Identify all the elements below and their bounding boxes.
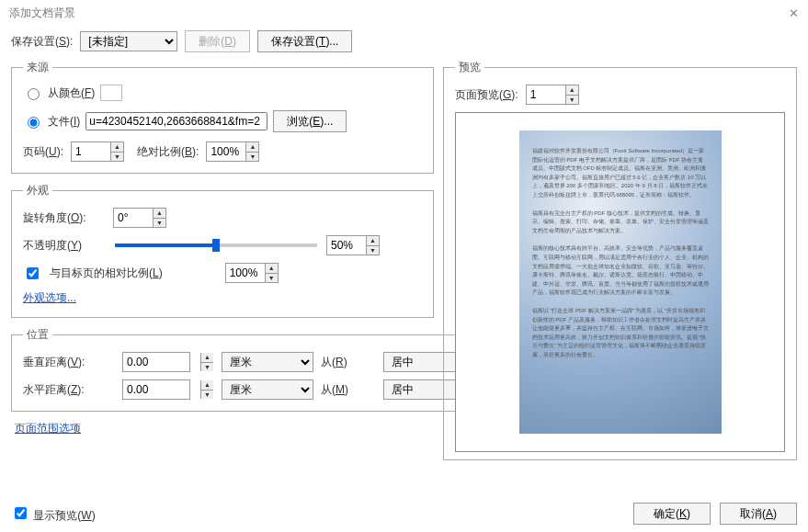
ok-button[interactable]: 确定(K) xyxy=(633,503,711,525)
save-settings-row: 保存设置(S): [未指定] 删除(D) 保存设置(T)... xyxy=(11,30,797,52)
title-bar: 添加文档背景 ✕ xyxy=(0,0,808,27)
save-preset-select[interactable]: [未指定] xyxy=(80,31,177,51)
color-swatch[interactable] xyxy=(100,85,122,101)
from-file-radio[interactable] xyxy=(28,117,40,129)
browse-button[interactable]: 浏览(E)... xyxy=(273,110,347,132)
dialog-title: 添加文档背景 xyxy=(9,6,75,21)
delete-button: 删除(D) xyxy=(185,30,250,52)
appearance-fieldset: 外观 旋转角度(O): ▲▼ 不透明度(Y) ▲▼ xyxy=(11,183,434,318)
show-preview-checkbox-label[interactable]: 显示预览(W) xyxy=(11,504,96,524)
v-distance-stepper[interactable]: ▲▼ xyxy=(122,352,214,372)
save-settings-button[interactable]: 保存设置(T)... xyxy=(257,30,352,52)
position-fieldset: 位置 垂直距离(V): ▲▼ 厘米 从(R) 居中 水平距离(Z): ▲▼ 厘米… xyxy=(11,327,496,412)
rotation-stepper[interactable]: ▲▼ xyxy=(113,208,166,228)
v-unit-select[interactable]: 厘米 xyxy=(222,352,313,372)
opacity-stepper[interactable]: ▲▼ xyxy=(326,235,380,255)
rel-scale-checkbox[interactable] xyxy=(27,267,39,279)
abs-scale-stepper[interactable]: ▲▼ xyxy=(206,141,259,162)
h-unit-select[interactable]: 厘米 xyxy=(222,379,313,400)
cancel-button[interactable]: 取消(A) xyxy=(720,503,797,525)
preview-legend: 预览 xyxy=(455,60,484,75)
preview-fieldset: 预览 页面预览(G): ▲▼ 福建福州软件开发股份有限公司（Foxit Soft… xyxy=(443,60,797,460)
preview-page-stepper[interactable]: ▲▼ xyxy=(526,85,579,105)
close-icon[interactable]: ✕ xyxy=(789,6,799,20)
preview-pane: 福建福州软件开发股份有限公司（Foxit Software Incorporat… xyxy=(455,112,785,452)
show-preview-checkbox[interactable] xyxy=(15,507,27,519)
rel-scale-stepper[interactable]: ▲▼ xyxy=(225,263,279,283)
from-color-radio[interactable] xyxy=(28,88,40,100)
source-fieldset: 来源 从颜色(F) 文件(I) 浏览(E)... 页码(U): xyxy=(11,60,434,174)
h-distance-stepper[interactable]: ▲▼ xyxy=(122,379,214,400)
document-preview: 福建福州软件开发股份有限公司（Foxit Software Incorporat… xyxy=(519,130,722,434)
source-legend: 来源 xyxy=(23,60,52,75)
page-number-stepper[interactable]: ▲▼ xyxy=(71,141,124,162)
appearance-options-link[interactable]: 外观选项... xyxy=(23,291,76,304)
position-legend: 位置 xyxy=(23,327,52,343)
page-range-options-link[interactable]: 页面范围选项 xyxy=(15,422,81,435)
file-path-input[interactable] xyxy=(85,112,267,130)
opacity-slider[interactable] xyxy=(115,243,317,247)
appearance-legend: 外观 xyxy=(23,183,52,198)
